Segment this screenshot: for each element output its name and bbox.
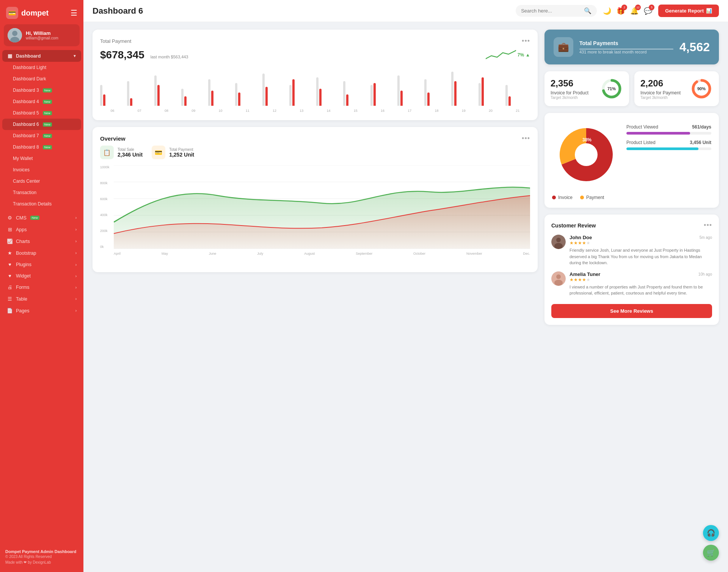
sidebar-item-charts[interactable]: 📈 Charts › [2, 235, 81, 247]
grey-bar [370, 85, 373, 106]
sidebar-footer: Dompet Payment Admin Dashboard © 2023 Al… [0, 545, 83, 566]
sidebar-item-apps[interactable]: ⊞ Apps › [2, 224, 81, 235]
overview-title: Overview [100, 135, 126, 142]
sidebar-item-bootstrap[interactable]: ★ Bootstrap › [2, 247, 81, 259]
y-label-400k: 400k [100, 213, 110, 217]
bar-x-label: 08 [154, 109, 179, 113]
search-box[interactable]: 🔍 [516, 5, 597, 17]
bar-group [343, 81, 368, 106]
product-viewed-stat: Product Viewed 561/days [626, 124, 711, 135]
sidebar-item-forms[interactable]: 🖨 Forms › [2, 282, 81, 293]
forms-label: Forms [16, 285, 29, 290]
sidebar-item-transaction-details[interactable]: Transaction Details [2, 198, 81, 210]
payment-legend-label: Payment [586, 195, 604, 200]
sidebar-item-my-wallet[interactable]: My Wallet [2, 153, 81, 164]
cms-icon: ⚙ [7, 215, 13, 221]
red-bar [292, 79, 295, 106]
footer-made: Made with ❤ by DexignLab [5, 560, 78, 564]
payment-icon: 💳 [152, 146, 165, 159]
invoice-payment-label: Invoice for Payment [640, 90, 681, 96]
messages-button[interactable]: 💬 5 [644, 7, 652, 15]
sidebar-item-transaction[interactable]: Transaction [2, 187, 81, 198]
review-more-button[interactable]: ••• [704, 221, 712, 229]
sidebar-item-dashboard-3[interactable]: Dashboard 3 New [2, 85, 81, 96]
red-bar [130, 98, 132, 106]
bar-x-label: 09 [181, 109, 206, 113]
charts-icon: 📈 [7, 238, 13, 244]
user-profile[interactable]: Hi, William william@gmail.com [4, 24, 80, 46]
review-1-body: John Doe 5m ago ★★★★★ Friendly service J… [570, 235, 712, 266]
invoice-dot [552, 196, 556, 199]
sidebar-item-pages[interactable]: 📄 Pages › [2, 305, 81, 317]
tp-sub: 431 more to break last month record [579, 50, 673, 54]
support-fab-button[interactable]: 🎧 [703, 525, 719, 541]
sidebar-item-dashboard-7[interactable]: Dashboard 7 New [2, 130, 81, 141]
tp-value: 4,562 [679, 40, 710, 54]
chevron-right-icon: › [75, 227, 77, 232]
bar-group [262, 74, 287, 106]
sidebar-item-invoices[interactable]: Invoices [2, 164, 81, 176]
product-listed-stat: Product Listed 3,456 Unit [626, 140, 711, 150]
sidebar-item-dashboard-4[interactable]: Dashboard 4 New [2, 96, 81, 107]
new-badge: New [43, 88, 52, 92]
bar-group [316, 77, 341, 106]
sidebar: 💳 dompet ☰ Hi, William william@gmail.com… [0, 0, 83, 572]
sidebar-item-dashboard-6[interactable]: Dashboard 6 New [2, 119, 81, 130]
area-line-chart [114, 165, 530, 249]
invoice-payment-target: Target 3k/month [640, 96, 681, 100]
sidebar-item-dashboard-5[interactable]: Dashboard 5 New [2, 107, 81, 119]
review-2-text: I viewed a number of properties with Jus… [570, 284, 712, 296]
grey-bar [451, 72, 453, 106]
product-listed-fill [626, 147, 698, 150]
gift-button[interactable]: 🎁 2 [617, 7, 625, 15]
cart-fab-button[interactable]: 🛒 [703, 545, 719, 561]
left-column: Total Payment ••• $678,345 last month $5… [93, 30, 538, 325]
bar-x-label: 18 [424, 109, 449, 113]
generate-btn-label: Generate Report [665, 8, 704, 14]
grey-bar [424, 79, 427, 106]
bar-group [397, 75, 422, 106]
see-more-reviews-button[interactable]: See More Reviews [551, 304, 712, 318]
apps-icon: ⊞ [7, 227, 13, 232]
dashboard-body: Total Payment ••• $678,345 last month $5… [83, 22, 728, 572]
chevron-right-icon: › [75, 263, 77, 267]
sidebar-item-cards-center[interactable]: Cards Center [2, 176, 81, 187]
overview-stats: 📋 Total Sale 2,346 Unit 💳 Total Payment … [100, 146, 530, 159]
grey-bar [505, 85, 508, 106]
grey-bar [235, 83, 237, 106]
overview-more-button[interactable]: ••• [522, 135, 530, 143]
red-bar [400, 91, 403, 106]
hamburger-button[interactable]: ☰ [71, 8, 77, 17]
review-2-body: Amelia Tuner 10h ago ★★★★★ I viewed a nu… [570, 271, 712, 296]
grey-bar [100, 85, 102, 106]
bar-group [154, 75, 179, 106]
logo-text: dompet [21, 9, 49, 17]
red-bar [346, 94, 348, 106]
more-options-button[interactable]: ••• [522, 37, 530, 45]
empty-star: ★ [586, 277, 590, 282]
sidebar-item-cms[interactable]: ⚙ CMS New › [2, 212, 81, 224]
red-bar [508, 96, 511, 106]
table-icon: ☰ [7, 296, 13, 302]
sidebar-item-widget[interactable]: ♥ Widget › [2, 270, 81, 282]
bar-x-label: 12 [262, 109, 287, 113]
generate-report-button[interactable]: Generate Report 📊 [658, 5, 719, 17]
payment-amount: $678,345 [100, 49, 144, 61]
sidebar-item-plugins[interactable]: ♥ Plugins › [2, 259, 81, 270]
pie-chart-container: 62% 38% Invoice [552, 121, 620, 200]
notifications-button[interactable]: 🔔 12 [630, 7, 639, 15]
theme-toggle-button[interactable]: 🌙 [603, 7, 611, 15]
pages-icon: 📄 [7, 308, 13, 313]
sidebar-item-dashboard[interactable]: ▦ Dashboard ▼ [2, 50, 81, 62]
x-label-august: August [304, 252, 315, 255]
y-label-600k: 600k [100, 197, 110, 201]
sidebar-item-table[interactable]: ☰ Table › [2, 293, 81, 305]
search-input[interactable] [521, 8, 582, 14]
review-item-2: Amelia Tuner 10h ago ★★★★★ I viewed a nu… [551, 271, 712, 296]
trend-line-chart [486, 48, 516, 62]
sidebar-item-dashboard-8[interactable]: Dashboard 8 New [2, 141, 81, 153]
sidebar-item-dashboard-light[interactable]: Dashboard Light [2, 62, 81, 73]
sidebar-item-dashboard-dark[interactable]: Dashboard Dark [2, 73, 81, 85]
pie-chart-svg: 62% 38% [552, 121, 620, 189]
tp-text: Total Payments 431 more to break last mo… [579, 40, 673, 54]
